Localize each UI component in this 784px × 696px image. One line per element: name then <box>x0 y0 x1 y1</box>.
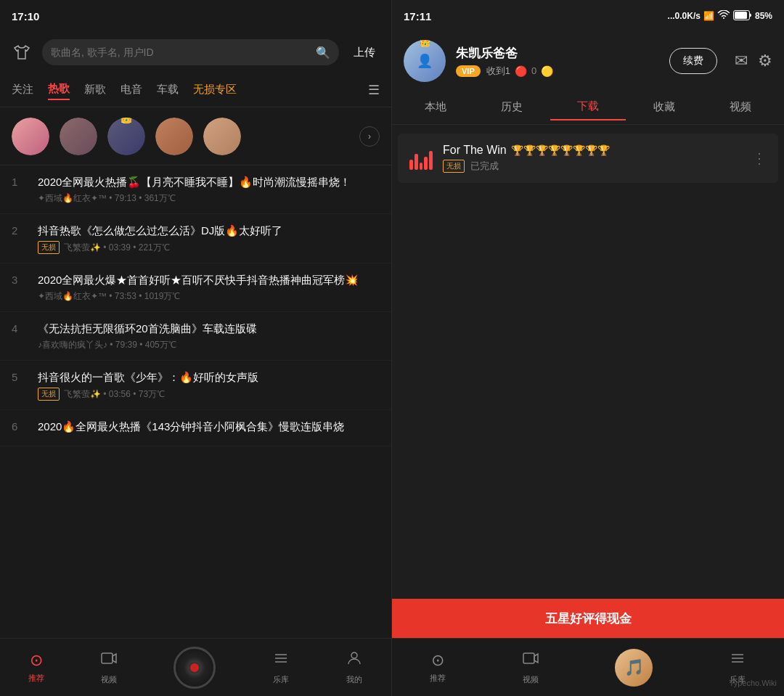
video-icon-right <box>522 650 539 671</box>
song-title: 2020🔥全网最火热播《143分钟抖音小阿枫合集》慢歌连版串烧 <box>38 419 380 434</box>
library-icon <box>272 650 290 671</box>
tab-hot[interactable]: 热歌 <box>48 79 70 100</box>
nav-item-video-right[interactable]: 视频 <box>522 650 539 685</box>
svg-rect-6 <box>735 12 747 19</box>
username: 朱凯乐爸爸 <box>456 45 659 62</box>
more-options-icon[interactable]: ⋮ <box>752 150 767 167</box>
tab-local[interactable]: 本地 <box>398 94 474 120</box>
trophy-icons: 🏆🏆🏆🏆🏆🏆🏆🏆 <box>511 144 610 156</box>
signal-icon: 📶 <box>703 11 714 21</box>
right-time: 17:11 <box>404 10 431 22</box>
song-info: 抖音很火的一首歌《少年》：🔥好听的女声版 无损 飞繁萤✨ • 03:56 • 7… <box>38 369 380 401</box>
avatar-2[interactable] <box>60 118 97 155</box>
arrow-right-icon[interactable]: › <box>359 126 380 147</box>
red-banner[interactable]: 五星好评得现金 <box>392 599 784 638</box>
download-sub: 无损 已完成 <box>443 160 742 173</box>
song-info: 2020🔥全网最火热播《143分钟抖音小阿枫合集》慢歌连版串烧 <box>38 419 380 437</box>
nav-label-recommend-right: 推荐 <box>430 673 446 684</box>
song-meta-text: ✦西域🔥红衣✦™ • 79:13 • 361万℃ <box>38 192 176 205</box>
mail-icon[interactable]: ✉ <box>735 52 748 70</box>
tab-history[interactable]: 历史 <box>474 94 550 120</box>
user-header: 👤 👑 朱凯乐爸爸 VIP 收到1 🔴 0 🟡 续费 ✉ ⚙ <box>392 32 784 90</box>
download-section: For The Win 🏆🏆🏆🏆🏆🏆🏆🏆 无损 已完成 ⋮ <box>392 125 784 599</box>
song-number: 6 <box>12 420 26 433</box>
tab-electric[interactable]: 电音 <box>121 80 142 99</box>
coins-text: 收到1 <box>486 65 510 78</box>
song-number: 3 <box>12 274 26 286</box>
nav-item-recommend-right[interactable]: ⊙ 推荐 <box>430 651 446 684</box>
search-input[interactable] <box>51 46 310 58</box>
list-item[interactable]: 4 《无法抗拒无限循环20首洗脑曲》车载连版碟 ♪喜欢嗨的疯丫头♪ • 79:3… <box>0 312 391 361</box>
tab-lossless[interactable]: 无损专区 <box>193 80 237 99</box>
battery-text: 85% <box>755 11 772 21</box>
watermark: Typecho.Wiki <box>730 679 777 687</box>
avatar-1[interactable] <box>12 118 49 155</box>
tab-follow[interactable]: 关注 <box>12 80 33 99</box>
recommend-icon-right: ⊙ <box>431 651 444 670</box>
vinyl-player-icon[interactable] <box>173 647 216 689</box>
song-number: 1 <box>12 176 26 188</box>
download-item[interactable]: For The Win 🏆🏆🏆🏆🏆🏆🏆🏆 无损 已完成 ⋮ <box>398 134 778 183</box>
hamburger-icon[interactable]: ☰ <box>368 82 380 98</box>
user-avatar-nav[interactable]: 🎵 <box>615 649 653 687</box>
upload-button[interactable]: 上传 <box>346 41 383 64</box>
list-item[interactable]: 6 2020🔥全网最火热播《143分钟抖音小阿枫合集》慢歌连版串烧 <box>0 410 391 446</box>
shirt-icon[interactable] <box>9 39 35 65</box>
wifi-icon <box>717 10 730 22</box>
status-bar-left: 17:10 <box>0 0 391 32</box>
song-number: 4 <box>12 322 26 335</box>
tab-video-right[interactable]: 视频 <box>702 94 778 120</box>
avatar-5[interactable] <box>203 118 241 155</box>
tab-car[interactable]: 车载 <box>157 80 179 99</box>
download-title: For The Win 🏆🏆🏆🏆🏆🏆🏆🏆 <box>443 144 742 157</box>
nav-item-player-left[interactable] <box>173 647 216 689</box>
user-info: 朱凯乐爸爸 VIP 收到1 🔴 0 🟡 <box>456 45 659 78</box>
song-meta-text: 飞繁萤✨ • 03:39 • 221万℃ <box>64 242 170 254</box>
nav-label-video: 视频 <box>101 674 117 685</box>
svg-rect-0 <box>102 653 113 663</box>
nav-label-library: 乐库 <box>273 674 289 685</box>
avatars-row: 👑 › <box>0 107 391 165</box>
nav-tabs: 关注 热歌 新歌 电音 车载 无损专区 ☰ <box>0 73 391 107</box>
avatar[interactable]: 👤 👑 <box>404 40 446 82</box>
song-title: 2020全网最火爆★首首好听★百听不厌快手抖音热播神曲冠军榜💥 <box>38 272 380 287</box>
list-item[interactable]: 5 抖音很火的一首歌《少年》：🔥好听的女声版 无损 飞繁萤✨ • 03:56 •… <box>0 361 391 410</box>
recommend-icon: ⊙ <box>30 651 43 670</box>
settings-icon[interactable]: ⚙ <box>758 52 772 70</box>
search-box[interactable]: 🔍 <box>42 39 339 65</box>
no-loss-badge-sm: 无损 <box>443 160 465 173</box>
song-meta-text: ✦西域🔥红衣✦™ • 73:53 • 1019万℃ <box>38 290 180 303</box>
battery-icon <box>733 10 752 22</box>
download-status: 已完成 <box>470 160 499 173</box>
list-item[interactable]: 2 抖音热歌《怎么做怎么过怎么活》DJ版🔥太好听了 无损 飞繁萤✨ • 03:3… <box>0 214 391 263</box>
tab-new[interactable]: 新歌 <box>84 80 106 99</box>
svg-point-4 <box>351 652 357 658</box>
nav-item-library-left[interactable]: 乐库 <box>272 650 290 685</box>
song-title: 抖音很火的一首歌《少年》：🔥好听的女声版 <box>38 369 380 385</box>
list-item[interactable]: 1 2020全网最火热播🍒【月亮不睡我不睡】🔥时尚潮流慢摇串烧！ ✦西域🔥红衣✦… <box>0 165 391 214</box>
video-icon <box>100 650 118 671</box>
list-item[interactable]: 3 2020全网最火爆★首首好听★百听不厌快手抖音热播神曲冠军榜💥 ✦西域🔥红衣… <box>0 263 391 312</box>
coins-row: 收到1 🔴 0 🟡 <box>486 65 553 78</box>
nav-item-player-right[interactable]: 🎵 <box>615 649 653 687</box>
nav-item-me-left[interactable]: 我的 <box>346 650 363 685</box>
nav-item-recommend-left[interactable]: ⊙ 推荐 <box>28 651 44 684</box>
search-icon: 🔍 <box>316 46 330 60</box>
red-coin-icon: 🔴 <box>515 65 527 77</box>
left-panel: 17:10 🔍 上传 关注 热歌 新歌 电音 车载 无损专区 ☰ <box>0 0 392 696</box>
download-info: For The Win 🏆🏆🏆🏆🏆🏆🏆🏆 无损 已完成 <box>443 144 742 173</box>
nav-item-video-left[interactable]: 视频 <box>100 650 118 685</box>
song-info: 抖音热歌《怎么做怎么过怎么活》DJ版🔥太好听了 无损 飞繁萤✨ • 03:39 … <box>38 223 380 254</box>
tab-download[interactable]: 下载 <box>550 94 626 120</box>
me-icon <box>346 650 363 671</box>
tab-favorite[interactable]: 收藏 <box>626 94 702 120</box>
song-meta-text: 飞繁萤✨ • 03:56 • 73万℃ <box>64 388 165 401</box>
right-panel: 17:11 ...0.0K/s 📶 85% <box>392 0 784 696</box>
signal-text: ...0.0K/s <box>668 11 701 21</box>
avatar-4[interactable] <box>155 118 193 155</box>
song-title: 《无法抗拒无限循环20首洗脑曲》车载连版碟 <box>38 321 380 336</box>
avatar-3[interactable]: 👑 <box>107 118 145 155</box>
song-number: 2 <box>12 224 26 237</box>
renew-button[interactable]: 续费 <box>669 48 717 74</box>
status-bar-right: 17:11 ...0.0K/s 📶 85% <box>392 0 784 32</box>
